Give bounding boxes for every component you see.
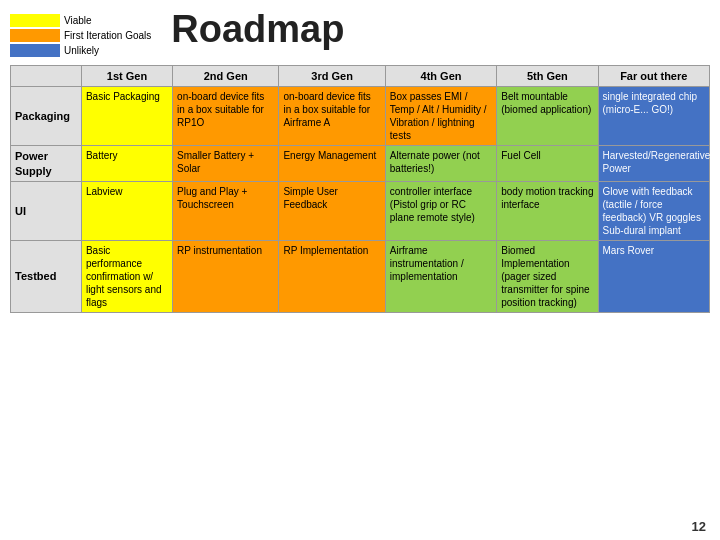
table-header: 1st Gen2nd Gen3rd Gen4th Gen5th GenFar o…	[11, 66, 710, 87]
table-cell: Box passes EMI / Temp / Alt / Humidity /…	[385, 87, 496, 146]
table-cell: RP instrumentation	[173, 240, 279, 312]
table-cell: Basic performance confirmation w/ light …	[81, 240, 172, 312]
table-row: Power SupplyBatterySmaller Battery + Sol…	[11, 146, 710, 182]
table-cell: Mars Rover	[598, 240, 709, 312]
column-header-0	[11, 66, 82, 87]
legend-item: Unlikely	[10, 44, 151, 57]
table-cell: Labview	[81, 181, 172, 240]
table-cell: Glove with feedback (tactile / force fee…	[598, 181, 709, 240]
legend-item: Viable	[10, 14, 151, 27]
table-cell: Fuel Cell	[497, 146, 598, 182]
page-number: 12	[692, 519, 706, 534]
table-cell: controller interface (Pistol grip or RC …	[385, 181, 496, 240]
table-row: TestbedBasic performance confirmation w/…	[11, 240, 710, 312]
table-cell: Smaller Battery + Solar	[173, 146, 279, 182]
row-category: UI	[11, 181, 82, 240]
table-row: PackagingBasic Packagingon-board device …	[11, 87, 710, 146]
legend-label: First Iteration Goals	[64, 30, 151, 41]
table-cell: Belt mountable (biomed application)	[497, 87, 598, 146]
table-cell: Plug and Play + Touchscreen	[173, 181, 279, 240]
table-body: PackagingBasic Packagingon-board device …	[11, 87, 710, 313]
table-cell: Battery	[81, 146, 172, 182]
column-header-6: Far out there	[598, 66, 709, 87]
legend-label: Unlikely	[64, 45, 99, 56]
table-row: UILabviewPlug and Play + TouchscreenSimp…	[11, 181, 710, 240]
header-area: ViableFirst Iteration GoalsUnlikely Road…	[10, 10, 710, 57]
roadmap-table: 1st Gen2nd Gen3rd Gen4th Gen5th GenFar o…	[10, 65, 710, 313]
table-wrapper: 1st Gen2nd Gen3rd Gen4th Gen5th GenFar o…	[10, 65, 710, 520]
page-container: ViableFirst Iteration GoalsUnlikely Road…	[0, 0, 720, 540]
column-header-5: 5th Gen	[497, 66, 598, 87]
legend-label: Viable	[64, 15, 92, 26]
table-cell: Simple User Feedback	[279, 181, 385, 240]
page-title: Roadmap	[171, 10, 710, 48]
column-header-3: 3rd Gen	[279, 66, 385, 87]
table-cell: Airframe instrumentation / implementatio…	[385, 240, 496, 312]
column-header-4: 4th Gen	[385, 66, 496, 87]
row-category: Packaging	[11, 87, 82, 146]
table-cell: on-board device fits in a box suitable f…	[279, 87, 385, 146]
table-cell: on-board device fits in a box suitable f…	[173, 87, 279, 146]
row-category: Testbed	[11, 240, 82, 312]
legend-item: First Iteration Goals	[10, 29, 151, 42]
table-cell: RP Implementation	[279, 240, 385, 312]
column-header-2: 2nd Gen	[173, 66, 279, 87]
table-cell: Energy Management	[279, 146, 385, 182]
table-cell: body motion tracking interface	[497, 181, 598, 240]
table-cell: Harvested/Regenerative Power	[598, 146, 709, 182]
table-cell: single integrated chip (micro-E... GO!)	[598, 87, 709, 146]
table-cell: Basic Packaging	[81, 87, 172, 146]
table-cell: Biomed Implementation (pager sized trans…	[497, 240, 598, 312]
legend: ViableFirst Iteration GoalsUnlikely	[10, 14, 151, 57]
legend-swatch	[10, 44, 60, 57]
row-category: Power Supply	[11, 146, 82, 182]
column-header-1: 1st Gen	[81, 66, 172, 87]
legend-swatch	[10, 29, 60, 42]
legend-swatch	[10, 14, 60, 27]
table-cell: Alternate power (not batteries!)	[385, 146, 496, 182]
